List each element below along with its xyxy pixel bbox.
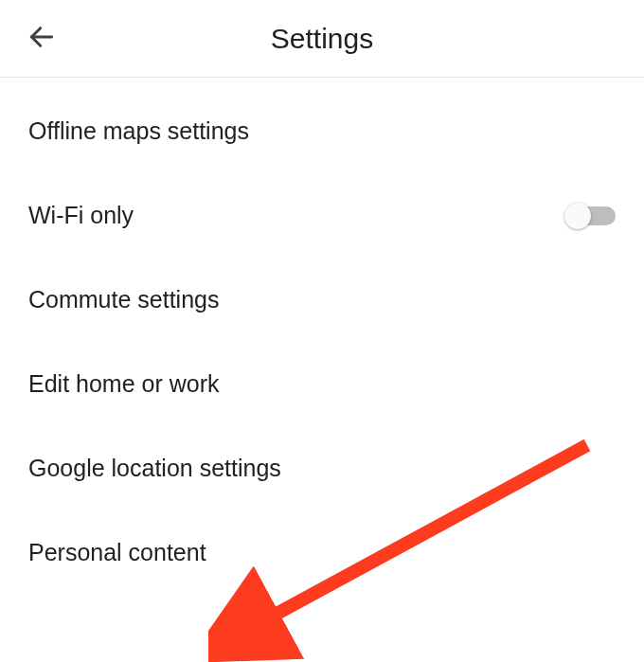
settings-item-label: Commute settings bbox=[28, 286, 219, 313]
settings-item-label: Google location settings bbox=[28, 455, 281, 482]
settings-item-offline-maps[interactable]: Offline maps settings bbox=[0, 89, 644, 173]
back-button[interactable] bbox=[19, 16, 64, 62]
page-title: Settings bbox=[271, 23, 373, 55]
settings-item-edit-home-work[interactable]: Edit home or work bbox=[0, 342, 644, 426]
settings-item-personal-content[interactable]: Personal content bbox=[0, 510, 644, 595]
settings-item-label: Offline maps settings bbox=[28, 117, 249, 145]
settings-item-google-location[interactable]: Google location settings bbox=[0, 426, 644, 510]
settings-item-commute[interactable]: Commute settings bbox=[0, 258, 644, 342]
toggle-knob bbox=[564, 203, 591, 229]
settings-item-label: Wi-Fi only bbox=[28, 202, 134, 229]
settings-item-label: Edit home or work bbox=[28, 370, 219, 398]
header-bar: Settings bbox=[0, 0, 644, 78]
settings-list: Offline maps settings Wi-Fi only Commute… bbox=[0, 78, 644, 595]
settings-item-wifi-only[interactable]: Wi-Fi only bbox=[0, 173, 644, 258]
settings-item-label: Personal content bbox=[28, 539, 206, 566]
arrow-left-icon bbox=[27, 22, 57, 55]
wifi-only-toggle[interactable] bbox=[566, 206, 616, 225]
